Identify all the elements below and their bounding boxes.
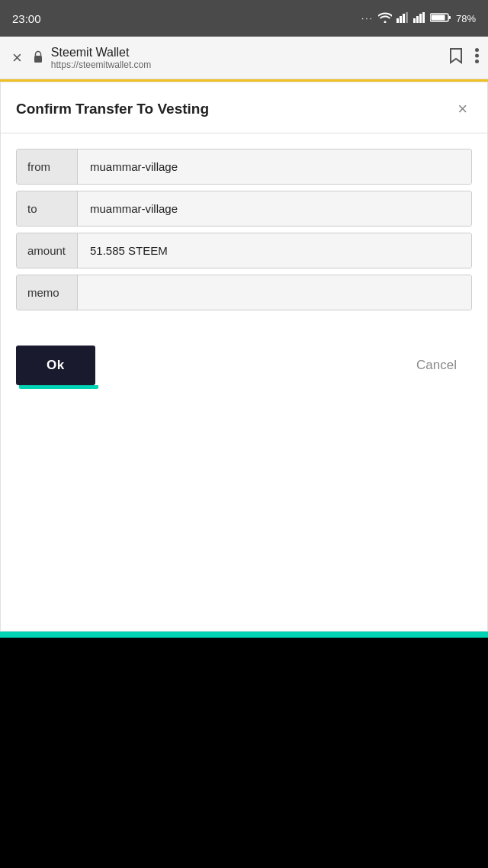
from-label: from — [17, 149, 78, 184]
amount-value: 51.585 STEEM — [78, 233, 471, 268]
dialog-close-button[interactable]: × — [453, 98, 472, 121]
svg-point-12 — [475, 48, 479, 52]
dialog-footer: Ok Cancel — [1, 327, 487, 400]
memo-row: memo — [16, 275, 472, 310]
dialog-body: from muammar-village to muammar-village … — [1, 133, 487, 327]
to-value: muammar-village — [78, 191, 471, 226]
dialog-title: Confirm Transfer To Vesting — [16, 101, 209, 117]
cancel-button[interactable]: Cancel — [401, 346, 472, 385]
signal-icon-2 — [413, 12, 425, 25]
browser-url: https://steemitwallet.com — [51, 59, 441, 70]
svg-rect-11 — [34, 56, 42, 63]
browser-url-area: Steemit Wallet https://steemitwallet.com — [51, 46, 441, 70]
svg-point-14 — [475, 59, 479, 63]
battery-percent: 78% — [456, 13, 476, 24]
ok-button[interactable]: Ok — [16, 346, 95, 385]
svg-rect-6 — [419, 14, 422, 23]
battery-icon — [430, 12, 451, 25]
to-label: to — [17, 191, 78, 226]
black-area — [0, 638, 488, 868]
teal-bottom-bar — [0, 632, 488, 638]
wifi-icon — [378, 12, 392, 25]
signal-dots-icon: ··· — [361, 13, 374, 24]
svg-rect-0 — [396, 18, 399, 23]
svg-rect-3 — [406, 12, 408, 23]
browser-close-button[interactable]: × — [9, 45, 25, 71]
page-background: Confirm Transfer To Vesting × from muamm… — [0, 79, 488, 638]
svg-rect-1 — [400, 16, 402, 23]
from-value: muammar-village — [78, 149, 471, 184]
svg-rect-5 — [416, 16, 419, 23]
amount-label: amount — [17, 233, 78, 268]
dialog-header: Confirm Transfer To Vesting × — [1, 82, 487, 133]
signal-icon — [396, 12, 409, 25]
status-time: 23:00 — [12, 12, 41, 25]
amount-row: amount 51.585 STEEM — [16, 233, 472, 268]
status-icons: ··· — [361, 12, 476, 25]
status-bar: 23:00 ··· — [0, 0, 488, 37]
confirm-transfer-dialog: Confirm Transfer To Vesting × from muamm… — [0, 82, 488, 632]
svg-rect-10 — [431, 14, 445, 20]
memo-label: memo — [17, 275, 78, 310]
svg-point-13 — [475, 54, 479, 58]
to-row: to muammar-village — [16, 191, 472, 227]
browser-actions — [449, 47, 479, 68]
lock-icon — [33, 50, 43, 66]
browser-chrome: × Steemit Wallet https://steemitwallet.c… — [0, 37, 488, 79]
menu-icon[interactable] — [475, 48, 479, 67]
svg-rect-9 — [448, 16, 451, 19]
from-row: from muammar-village — [16, 149, 472, 185]
svg-rect-7 — [422, 12, 425, 23]
bookmark-icon[interactable] — [449, 47, 463, 68]
browser-title: Steemit Wallet — [51, 46, 441, 59]
svg-rect-2 — [403, 14, 405, 23]
svg-rect-4 — [413, 18, 416, 23]
memo-value — [78, 275, 471, 310]
